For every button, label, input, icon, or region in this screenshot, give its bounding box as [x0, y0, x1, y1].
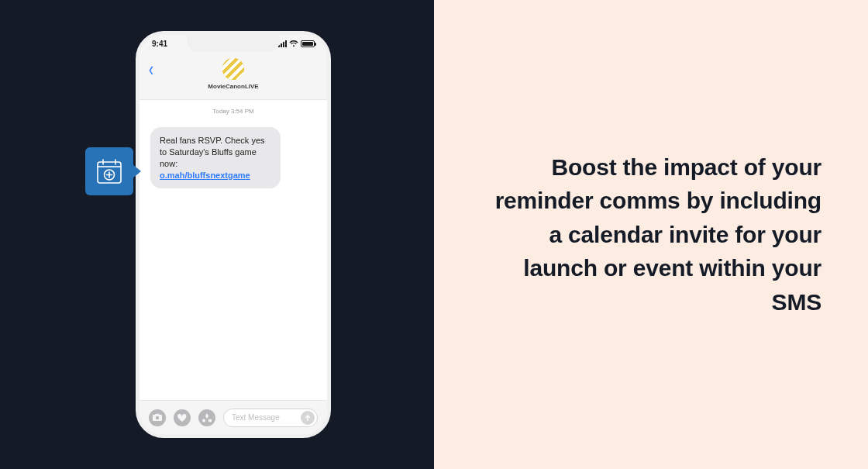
svg-point-7 — [156, 416, 159, 419]
message-placeholder: Text Message — [232, 413, 280, 422]
right-panel: Boost the impact of your reminder comms … — [434, 0, 868, 469]
status-time: 9:41 — [152, 40, 167, 48]
message-input[interactable]: Text Message — [223, 409, 318, 427]
message-text: Real fans RSVP. Check yes to Saturday's … — [160, 136, 265, 168]
heart-icon[interactable] — [174, 409, 191, 426]
left-panel: 9:41 ‹ MovieCanonLIVE Today 3:54 PM — [0, 0, 434, 469]
send-button[interactable] — [301, 411, 315, 425]
battery-icon — [301, 40, 315, 47]
contact-name: MovieCanonLIVE — [140, 83, 327, 90]
calendar-add-icon — [95, 157, 123, 185]
apps-icon[interactable] — [198, 409, 215, 426]
status-indicators — [278, 40, 315, 47]
wifi-icon — [289, 40, 298, 47]
contact-avatar[interactable] — [222, 58, 244, 80]
calendar-callout — [85, 147, 133, 195]
camera-icon[interactable] — [149, 409, 166, 426]
compose-bar: Text Message — [140, 400, 327, 434]
incoming-message-bubble: Real fans RSVP. Check yes to Saturday's … — [150, 127, 281, 188]
headline-text: Boost the impact of your reminder comms … — [480, 150, 822, 319]
day-timestamp: Today 3:54 PM — [140, 108, 327, 115]
phone-notch — [187, 35, 280, 52]
back-button[interactable]: ‹ — [149, 60, 153, 79]
chat-body: Today 3:54 PM Real fans RSVP. Check yes … — [140, 100, 327, 400]
message-link[interactable]: o.mah/bluffsnextgame — [160, 171, 250, 180]
phone-mockup: 9:41 ‹ MovieCanonLIVE Today 3:54 PM — [136, 31, 331, 438]
